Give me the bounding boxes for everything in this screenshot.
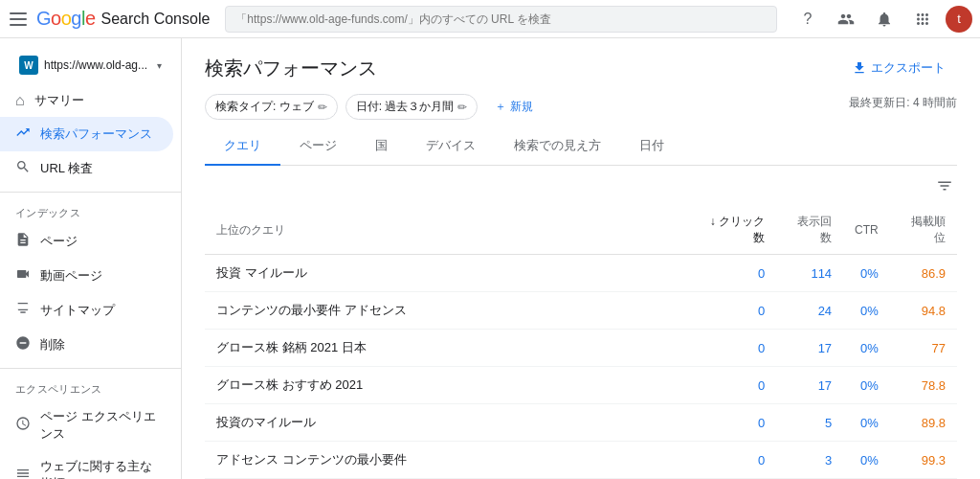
clicks-cell: 0 xyxy=(691,330,776,367)
clicks-cell: 0 xyxy=(691,255,776,292)
sidebar-item-removals[interactable]: 削除 xyxy=(0,328,173,362)
tab-query[interactable]: クエリ xyxy=(205,127,280,166)
position-cell: 77 xyxy=(890,330,957,367)
position-cell: 94.8 xyxy=(890,292,957,330)
table-row[interactable]: 投資 マイルール 0 114 0% 86.9 xyxy=(205,255,957,292)
ctr-cell: 0% xyxy=(843,330,890,367)
col-clicks: ↓ クリック数 xyxy=(691,206,776,255)
table-row[interactable]: グロース株 銘柄 2021 日本 0 17 0% 77 xyxy=(205,330,957,367)
sidebar-item-label: 動画ページ xyxy=(40,267,102,285)
sidebar-item-label: 削除 xyxy=(40,336,65,354)
sidebar-item-label: サマリー xyxy=(34,92,84,109)
table-row[interactable]: グロース株 おすすめ 2021 0 17 0% 78.8 xyxy=(205,367,957,404)
col-ctr: CTR xyxy=(843,206,890,255)
last-updated: 最終更新日: 4 時間前 xyxy=(849,95,957,111)
impressions-cell: 114 xyxy=(776,255,843,292)
table-container: 上位のクエリ ↓ クリック数 表示回数 CTR 掲載順位 投資 マイルール 0 … xyxy=(205,166,957,479)
clicks-cell: 0 xyxy=(691,404,776,442)
ctr-cell: 0% xyxy=(843,255,890,292)
tab-device[interactable]: デバイス xyxy=(407,127,495,166)
sidebar-item-page-experience[interactable]: ページ エクスペリエンス xyxy=(0,400,173,450)
sidebar-item-label: ページ エクスペリエンス xyxy=(40,408,158,443)
table-toolbar xyxy=(205,166,957,206)
divider xyxy=(0,192,181,193)
ctr-cell: 0% xyxy=(843,404,890,442)
col-query: 上位のクエリ xyxy=(205,206,691,255)
tab-country[interactable]: 国 xyxy=(356,127,407,166)
impressions-cell: 17 xyxy=(776,367,843,404)
ctr-cell: 0% xyxy=(843,367,890,404)
tab-date[interactable]: 日付 xyxy=(620,127,683,166)
query-cell: アドセンス コンテンツの最小要件 xyxy=(205,442,691,479)
filter-search-type-label: 検索タイプ: ウェブ xyxy=(215,99,314,115)
table-row[interactable]: コンテンツの最小要件 アドセンス 0 24 0% 94.8 xyxy=(205,292,957,330)
tab-page[interactable]: ページ xyxy=(280,127,356,166)
sidebar-item-label: サイトマップ xyxy=(40,302,115,319)
sidebar: W https://www.old-ag... ▾ ⌂ サマリー 検索パフォーマ… xyxy=(0,38,182,479)
site-selector[interactable]: W https://www.old-ag... ▾ xyxy=(8,50,173,80)
avatar[interactable]: t xyxy=(946,6,972,33)
google-logo: Google xyxy=(36,8,96,30)
sidebar-item-label: ウェブに関する主な指標 xyxy=(40,458,158,479)
impressions-cell: 5 xyxy=(776,404,843,442)
sitemap-icon xyxy=(15,301,31,320)
topbar-actions: ? t xyxy=(792,4,972,34)
users-icon[interactable] xyxy=(831,4,861,34)
filter-date[interactable]: 日付: 過去３か月間 ✏ xyxy=(345,94,479,120)
impressions-cell: 24 xyxy=(776,292,843,330)
export-label: エクスポート xyxy=(871,59,946,77)
sidebar-item-web-vitals[interactable]: ウェブに関する主な指標 xyxy=(0,450,173,479)
tabs: クエリ ページ 国 デバイス 検索での見え方 日付 xyxy=(205,127,957,166)
page-title: 検索パフォーマンス xyxy=(205,56,377,81)
main-content: 検索パフォーマンス エクスポート 検索タイプ: ウェブ ✏ 日付: 過去３か月間… xyxy=(182,38,980,479)
chevron-down-icon: ▾ xyxy=(157,60,162,71)
home-icon: ⌂ xyxy=(15,92,25,109)
col-position: 掲載順位 xyxy=(890,206,957,255)
vitals-icon xyxy=(15,466,31,479)
add-filter-button[interactable]: ＋ 新規 xyxy=(485,95,543,119)
tab-search-appearance[interactable]: 検索での見え方 xyxy=(495,127,620,166)
sidebar-item-video-pages[interactable]: 動画ページ xyxy=(0,259,173,293)
sidebar-item-label: URL 検査 xyxy=(40,160,93,177)
ctr-cell: 0% xyxy=(843,292,890,330)
sidebar-item-sitemap[interactable]: サイトマップ xyxy=(0,293,173,328)
hamburger-icon[interactable] xyxy=(8,8,31,31)
edit-icon: ✏ xyxy=(318,101,327,114)
apps-icon[interactable] xyxy=(907,4,938,34)
sidebar-item-pages[interactable]: ページ xyxy=(0,224,173,259)
experience-section-label: エクスペリエンス xyxy=(0,375,181,400)
impressions-cell: 3 xyxy=(776,442,843,479)
plus-icon: ＋ xyxy=(495,99,506,115)
divider xyxy=(0,368,181,369)
sidebar-item-label: 検索パフォーマンス xyxy=(40,125,152,143)
sidebar-item-url-inspection[interactable]: URL 検査 xyxy=(0,151,173,186)
table-row[interactable]: アドセンス コンテンツの最小要件 0 3 0% 99.3 xyxy=(205,442,957,479)
bell-icon[interactable] xyxy=(869,4,900,34)
site-url: https://www.old-ag... xyxy=(44,58,151,72)
sidebar-item-label: ページ xyxy=(40,233,78,250)
position-cell: 86.9 xyxy=(890,255,957,292)
search-bar[interactable] xyxy=(225,6,777,33)
table-row[interactable]: 投資のマイルール 0 5 0% 89.8 xyxy=(205,404,957,442)
sidebar-item-summary[interactable]: ⌂ サマリー xyxy=(0,84,173,117)
filter-date-label: 日付: 過去３か月間 xyxy=(356,99,455,115)
sidebar-item-search-performance[interactable]: 検索パフォーマンス xyxy=(0,117,173,151)
chart-icon xyxy=(15,125,31,144)
delete-icon xyxy=(15,335,31,354)
position-cell: 99.3 xyxy=(890,442,957,479)
filter-icon[interactable] xyxy=(932,173,957,202)
position-cell: 78.8 xyxy=(890,367,957,404)
query-cell: グロース株 銘柄 2021 日本 xyxy=(205,330,691,367)
export-button[interactable]: エクスポート xyxy=(840,54,957,82)
query-cell: グロース株 おすすめ 2021 xyxy=(205,367,691,404)
search-icon xyxy=(15,159,31,178)
logo-area: Google Search Console xyxy=(8,8,210,31)
col-impressions: 表示回数 xyxy=(776,206,843,255)
data-table: 上位のクエリ ↓ クリック数 表示回数 CTR 掲載順位 投資 マイルール 0 … xyxy=(205,206,957,479)
add-filter-label: 新規 xyxy=(510,99,533,115)
query-cell: 投資 マイルール xyxy=(205,255,691,292)
filter-search-type[interactable]: 検索タイプ: ウェブ ✏ xyxy=(205,94,338,120)
search-input[interactable] xyxy=(225,6,777,33)
video-icon xyxy=(15,266,31,285)
help-icon[interactable]: ? xyxy=(792,4,823,34)
